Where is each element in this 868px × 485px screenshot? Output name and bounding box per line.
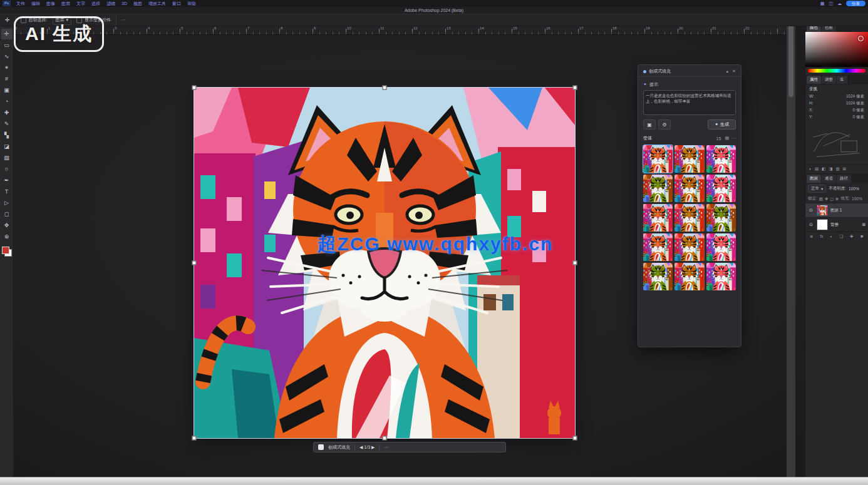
blend-mode-select[interactable]: 正常 ▾	[808, 185, 826, 193]
panel-tab[interactable]: 通道	[822, 175, 836, 183]
tool-path-select[interactable]: ▷	[1, 198, 13, 208]
color-swatches[interactable]	[2, 247, 12, 257]
variation-10[interactable]	[643, 233, 673, 261]
adjustment-icon[interactable]: ◨	[829, 166, 832, 171]
menu-item[interactable]: 帮助	[184, 0, 199, 7]
panel-tab[interactable]: 图层	[807, 175, 821, 183]
share-button[interactable]: 分享	[846, 1, 865, 6]
variation-14[interactable]	[674, 263, 704, 290]
variation-6[interactable]	[706, 175, 736, 202]
variation-1[interactable]	[643, 145, 673, 173]
layer-thumbnail[interactable]	[817, 205, 828, 216]
menu-item[interactable]: 文字	[73, 0, 88, 7]
visibility-eye-icon[interactable]: ⊙	[808, 208, 814, 213]
more-options-icon[interactable]: ⋯	[731, 136, 736, 141]
adjustment-icon[interactable]: ▤	[815, 166, 819, 171]
tool-gradient[interactable]: ▨	[1, 153, 13, 163]
tool-magic-wand[interactable]: ✶	[1, 63, 13, 73]
reference-image-button[interactable]: ▣	[643, 120, 656, 130]
close-icon[interactable]: ✕	[732, 69, 736, 74]
tool-zoom[interactable]: ⊕	[1, 232, 13, 242]
menu-item[interactable]: 编辑	[28, 0, 43, 7]
tool-frame[interactable]: ▣	[1, 85, 13, 96]
menu-item[interactable]: 视图	[130, 0, 145, 7]
selection-handle-top-middle[interactable]	[383, 86, 387, 90]
panel-header[interactable]: 创成式填充 ▴ ✕	[638, 66, 741, 77]
task-bar-item[interactable]: 创成式填充	[328, 444, 350, 451]
adjustment-icon[interactable]: ◧	[822, 166, 825, 171]
task-bar-item[interactable]: ⋯	[379, 445, 388, 450]
tool-move[interactable]: ✛	[1, 29, 13, 39]
selection-handle-top-right[interactable]	[573, 86, 577, 90]
workspace-icon[interactable]: ◫	[829, 1, 833, 6]
variation-15[interactable]	[706, 263, 736, 290]
fill-value[interactable]: 100%	[852, 197, 862, 201]
lock-icon[interactable]: ✥	[825, 197, 828, 202]
adjustment-icon[interactable]: ▥	[835, 166, 839, 171]
collapse-icon[interactable]: ▴	[726, 69, 729, 74]
transform-section-label[interactable]: 变换	[809, 86, 864, 92]
visibility-eye-icon[interactable]: ⊙	[808, 222, 814, 227]
adjustment-icon[interactable]: ⊞	[843, 166, 846, 171]
tool-dodge[interactable]: ○	[1, 164, 13, 175]
generate-settings-button[interactable]: ⚙	[658, 120, 671, 130]
variation-8[interactable]	[674, 204, 704, 232]
layers-panel-action-icon[interactable]: ✚	[850, 234, 853, 239]
layer-name[interactable]: 图层 1	[830, 208, 865, 213]
layers-panel-action-icon[interactable]: ✖	[860, 234, 864, 239]
selection-handle-middle-left[interactable]	[192, 261, 197, 265]
property-value[interactable]: 0 像素	[853, 115, 864, 120]
tool-hand[interactable]: ✥	[1, 220, 13, 231]
opacity-value[interactable]: 100%	[849, 186, 859, 191]
foreground-color-swatch[interactable]	[2, 247, 9, 254]
prompt-input[interactable]: 一只老虎走在色彩缤纷的波普艺术风格城市街道上，色彩鲜艳，细节丰富	[643, 90, 736, 115]
adjustment-icon[interactable]: ◐	[809, 166, 812, 171]
layers-panel-action-icon[interactable]: ❏	[839, 234, 843, 239]
tool-type[interactable]: T	[1, 186, 13, 197]
tool-brush[interactable]: ✎	[1, 119, 13, 130]
layers-panel-action-icon[interactable]: ◐	[830, 234, 832, 239]
more-options-icon[interactable]: ⋯	[121, 18, 126, 23]
lock-icon[interactable]: ▨	[819, 197, 823, 202]
property-value[interactable]: 1024 像素	[846, 101, 864, 106]
tool-shape[interactable]: ◻	[1, 209, 13, 220]
variation-4[interactable]	[643, 175, 673, 202]
panel-tab[interactable]: 调整	[822, 76, 836, 84]
scrollbar-thumb[interactable]	[788, 16, 793, 97]
menu-item[interactable]: 窗口	[169, 0, 184, 7]
tool-clone-stamp[interactable]: ▚	[1, 130, 13, 141]
selection-handle-middle-right[interactable]	[573, 261, 577, 265]
variation-2[interactable]	[674, 145, 704, 173]
menu-item[interactable]: 滤镜	[103, 0, 118, 7]
lock-icon[interactable]: ⊕	[835, 197, 839, 202]
menu-item[interactable]: 3D	[118, 0, 130, 7]
tool-eraser[interactable]: ◪	[1, 141, 13, 152]
panel-tab[interactable]: 库	[837, 76, 847, 84]
layers-panel-action-icon[interactable]: ⊚	[810, 234, 813, 239]
color-picker-field[interactable]	[805, 32, 868, 67]
tool-eyedropper[interactable]: ◔	[1, 96, 13, 107]
tool-crop[interactable]: #	[1, 74, 13, 84]
variation-7[interactable]	[643, 204, 673, 232]
variation-3[interactable]	[706, 145, 736, 173]
menu-item[interactable]: 选择	[88, 0, 103, 7]
tool-healing[interactable]: ✚	[1, 108, 13, 118]
menu-item[interactable]: 图层	[58, 0, 73, 7]
tool-marquee[interactable]: ▭	[1, 40, 13, 51]
selection-handle-bottom-right[interactable]	[573, 436, 577, 441]
generate-button[interactable]: ✦ 生成	[708, 120, 736, 130]
variation-11[interactable]	[674, 233, 704, 261]
panel-tab[interactable]: 属性	[807, 76, 821, 84]
menu-item[interactable]: 文件	[13, 0, 28, 7]
layers-panel-action-icon[interactable]: fx	[820, 234, 823, 239]
layer-name[interactable]: 背景	[830, 222, 860, 228]
selection-handle-bottom-middle[interactable]	[383, 436, 387, 441]
hue-slider[interactable]	[808, 69, 865, 73]
variation-12[interactable]	[706, 233, 736, 261]
layer-row-background[interactable]: ⊙ 背景 ⊠	[805, 217, 868, 232]
menu-item[interactable]: 增效工具	[145, 0, 169, 7]
variation-13[interactable]	[643, 263, 673, 290]
grid-view-icon[interactable]: ▤	[725, 136, 729, 141]
vertical-scrollbar[interactable]	[787, 14, 795, 477]
grid-icon[interactable]: ▦	[820, 1, 825, 6]
